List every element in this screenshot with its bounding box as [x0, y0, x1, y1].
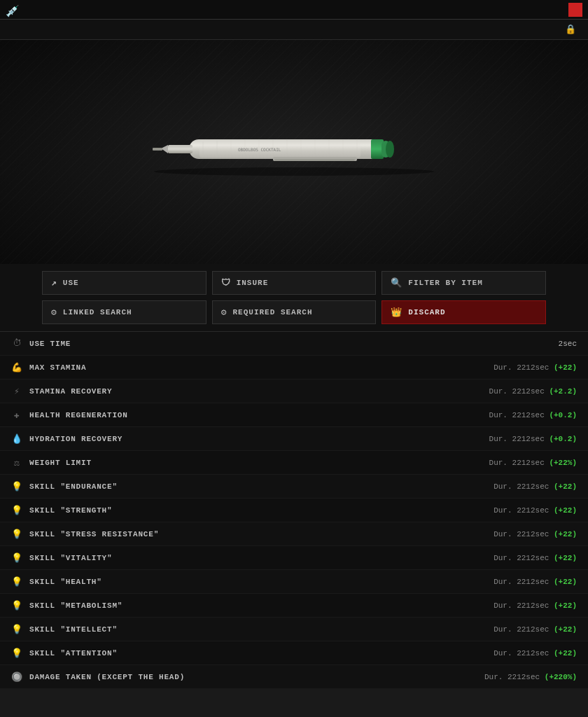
stat-name: SKILL "METABOLISM" [29, 601, 122, 610]
title-bar-left: 💉 [6, 4, 21, 15]
stat-row: ⚡STAMINA RECOVERYDur. 2212sec (+2.2) [0, 380, 588, 403]
item-image-area: OBDOLBOS COCKTAIL [0, 40, 588, 264]
stat-row: 💡SKILL "VITALITY"Dur. 2212sec (+22) [0, 546, 588, 570]
insure-label: INSURE [237, 279, 269, 287]
stat-name: SKILL "ATTENTION" [29, 649, 118, 657]
svg-text:OBDOLBOS COCKTAIL: OBDOLBOS COCKTAIL [238, 147, 281, 152]
stat-name: SKILL "ENDURANCE" [29, 482, 118, 491]
stat-value: Dur. 2212sec (+220%) [484, 673, 577, 681]
weight-info: 🔒 [565, 24, 580, 35]
stat-row: 💡SKILL "ENDURANCE"Dur. 2212sec (+22) [0, 475, 588, 499]
stat-value: Dur. 2212sec (+22) [493, 649, 577, 657]
stat-icon: 💡 [11, 600, 22, 611]
stat-name: WEIGHT LIMIT [29, 459, 92, 467]
stat-row: 💡SKILL "STRESS RESISTANCE"Dur. 2212sec (… [0, 522, 588, 546]
stat-value: Dur. 2212sec (+22) [493, 554, 577, 562]
stat-value: Dur. 2212sec (+22) [493, 506, 577, 515]
insure-button[interactable]: 🛡 INSURE [212, 271, 377, 295]
use-button[interactable]: ↗ USE [42, 271, 206, 295]
stat-name: SKILL "VITALITY" [29, 554, 112, 562]
stat-icon: 💡 [11, 552, 22, 564]
discard-button[interactable]: 👑 DISCARD [382, 300, 546, 324]
stat-value: Dur. 2212sec (+22) [493, 578, 577, 586]
stat-row: ⚖WEIGHT LIMITDur. 2212sec (+22%) [0, 451, 588, 475]
stat-row: 💡SKILL "METABOLISM"Dur. 2212sec (+22) [0, 594, 588, 618]
discard-icon: 👑 [391, 307, 402, 318]
stat-row: 💡SKILL "ATTENTION"Dur. 2212sec (+22) [0, 641, 588, 665]
stat-row: 🔘DAMAGE TAKEN (EXCEPT THE HEAD)Dur. 2212… [0, 665, 588, 689]
linked-search-icon: ⚙ [51, 307, 57, 318]
stat-value: Dur. 2212sec (+22%) [489, 459, 577, 467]
stat-value: Dur. 2212sec (+2.2) [489, 387, 577, 396]
use-label: USE [63, 279, 79, 287]
stat-row: 💡SKILL "INTELLECT"Dur. 2212sec (+22) [0, 618, 588, 641]
stat-name: DAMAGE TAKEN (EXCEPT THE HEAD) [29, 673, 185, 681]
stat-value: Dur. 2212sec (+22) [493, 625, 577, 634]
filter-icon: 🔍 [391, 277, 402, 288]
filter-by-item-button[interactable]: 🔍 FILTER BY ITEM [382, 271, 546, 295]
stat-icon: ⏱ [11, 338, 22, 349]
discard-label: DISCARD [408, 308, 445, 316]
stat-value: Dur. 2212sec (+22) [493, 363, 577, 372]
use-icon: ↗ [51, 277, 57, 288]
stat-name: STAMINA RECOVERY [29, 387, 112, 396]
stat-icon: 💧 [11, 433, 22, 445]
stat-name: USE TIME [29, 340, 71, 348]
item-icon: 💉 [6, 4, 17, 15]
stat-value: Dur. 2212sec (+22) [493, 482, 577, 491]
stat-icon: 💡 [11, 505, 22, 516]
stat-row: 💡SKILL "STRENGTH"Dur. 2212sec (+22) [0, 499, 588, 522]
stat-value: Dur. 2212sec (+22) [493, 530, 577, 538]
stat-icon: 💡 [11, 576, 22, 587]
linked-search-button[interactable]: ⚙ LINKED SEARCH [42, 300, 206, 324]
stats-area: ⏱USE TIME2sec💪MAX STAMINADur. 2212sec (+… [0, 332, 588, 689]
svg-rect-19 [168, 145, 192, 153]
stat-icon: 💡 [11, 481, 22, 492]
stat-row: 💧HYDRATION RECOVERYDur. 2212sec (+0.2) [0, 427, 588, 451]
stat-value: Dur. 2212sec (+22) [493, 601, 577, 610]
stat-value: 2sec [559, 340, 577, 348]
stat-row: 💡SKILL "HEALTH"Dur. 2212sec (+22) [0, 570, 588, 594]
stat-name: SKILL "HEALTH" [29, 578, 102, 586]
stat-name: HEALTH REGENERATION [29, 411, 128, 419]
stat-name: SKILL "INTELLECT" [29, 625, 118, 634]
required-search-icon: ⚙ [221, 307, 227, 318]
stat-row: 💪MAX STAMINADur. 2212sec (+22) [0, 356, 588, 380]
item-image: OBDOLBOS COCKTAIL [147, 117, 441, 187]
action-buttons: ↗ USE 🛡 INSURE 🔍 FILTER BY ITEM ⚙ LINKED… [0, 264, 588, 332]
weight-icon: 🔒 [565, 24, 576, 35]
stat-icon: 💪 [11, 362, 22, 373]
svg-rect-24 [274, 159, 355, 161]
breadcrumb-bar: 🔒 [0, 20, 588, 40]
stat-icon: ✚ [11, 410, 22, 421]
svg-point-0 [154, 167, 434, 176]
linked-search-label: LINKED SEARCH [63, 308, 132, 316]
stat-name: HYDRATION RECOVERY [29, 435, 122, 443]
breadcrumb [8, 25, 14, 34]
insure-icon: 🛡 [221, 278, 231, 288]
title-bar: 💉 [0, 0, 588, 20]
stat-value: Dur. 2212sec (+0.2) [489, 411, 577, 419]
stat-icon: 💡 [11, 624, 22, 635]
stat-value: Dur. 2212sec (+0.2) [489, 435, 577, 443]
stat-row: ⏱USE TIME2sec [0, 332, 588, 356]
stat-icon: ⚡ [11, 386, 22, 397]
required-search-label: REQUIRED SEARCH [232, 308, 312, 316]
svg-point-18 [386, 141, 394, 158]
stat-icon: 💡 [11, 648, 22, 659]
stat-icon: ⚖ [11, 457, 22, 468]
required-search-button[interactable]: ⚙ REQUIRED SEARCH [212, 300, 377, 324]
stat-row: ✚HEALTH REGENERATIONDur. 2212sec (+0.2) [0, 403, 588, 427]
stat-icon: 🔘 [11, 671, 22, 683]
stat-icon: 💡 [11, 529, 22, 540]
stat-name: MAX STAMINA [29, 363, 86, 372]
stat-name: SKILL "STRESS RESISTANCE" [29, 530, 159, 538]
stat-name: SKILL "STRENGTH" [29, 506, 112, 515]
close-button[interactable] [568, 3, 582, 17]
filter-label: FILTER BY ITEM [408, 279, 482, 287]
